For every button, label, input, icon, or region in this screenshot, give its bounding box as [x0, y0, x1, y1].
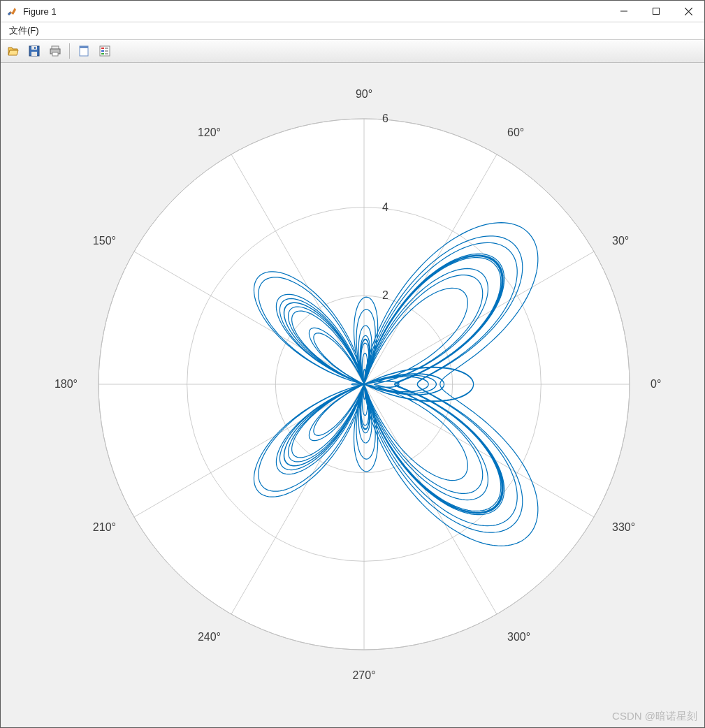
svg-rect-17 — [101, 53, 104, 54]
angular-tick-label: 120° — [198, 126, 221, 138]
svg-rect-15 — [101, 48, 104, 49]
polar-axes: 0°30°60°90°120°150°180°210°240°270°300°3… — [1, 63, 704, 728]
figure-canvas[interactable]: 0°30°60°90°120°150°180°210°240°270°300°3… — [1, 63, 704, 727]
printer-icon — [49, 45, 61, 57]
svg-rect-16 — [101, 50, 104, 52]
svg-rect-2 — [653, 8, 660, 15]
svg-rect-8 — [34, 47, 36, 49]
angular-tick-label: 30° — [612, 235, 629, 247]
angular-tick-label: 270° — [352, 669, 375, 681]
floppy-icon — [28, 45, 41, 57]
new-figure-button[interactable] — [74, 41, 94, 61]
angular-tick-label: 210° — [93, 521, 116, 533]
radial-tick-label: 6 — [382, 112, 388, 124]
angular-tick-label: 180° — [54, 378, 78, 390]
angular-tick-label: 60° — [507, 126, 524, 138]
titlebar: Figure 1 — [1, 1, 704, 22]
toolbar-separator — [69, 43, 70, 59]
legend-icon — [99, 45, 111, 57]
angular-tick-label: 150° — [93, 235, 116, 247]
maximize-button[interactable] — [640, 1, 672, 22]
menu-file[interactable]: 文件(F) — [5, 22, 43, 39]
legend-button[interactable] — [95, 41, 115, 61]
folder-open-icon — [7, 45, 20, 57]
angular-tick-label: 300° — [507, 631, 530, 643]
radial-tick-label: 4 — [382, 201, 388, 213]
matlab-icon — [3, 6, 20, 17]
angular-tick-label: 240° — [198, 631, 221, 643]
save-button[interactable] — [24, 41, 44, 61]
figure-window: Figure 1 文件(F) — [0, 0, 705, 728]
angular-tick-label: 90° — [356, 88, 372, 100]
toolbar — [1, 40, 704, 63]
radial-tick-label: 2 — [382, 289, 388, 301]
svg-rect-11 — [52, 52, 58, 56]
minimize-button[interactable] — [608, 1, 640, 22]
svg-rect-0 — [6, 6, 17, 17]
open-button[interactable] — [3, 41, 23, 61]
svg-rect-7 — [31, 52, 37, 56]
close-button[interactable] — [672, 1, 704, 22]
window-title: Figure 1 — [20, 6, 608, 17]
new-figure-icon — [78, 45, 90, 57]
print-button[interactable] — [45, 41, 65, 61]
angular-tick-label: 330° — [612, 521, 635, 533]
angular-tick-label: 0° — [651, 378, 661, 390]
menubar: 文件(F) — [1, 22, 704, 40]
svg-rect-13 — [80, 46, 88, 48]
